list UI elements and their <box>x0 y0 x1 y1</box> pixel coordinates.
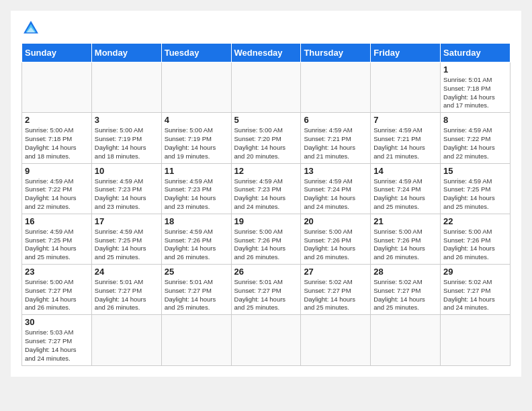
calendar-table: SundayMondayTuesdayWednesdayThursdayFrid… <box>21 43 511 366</box>
day-number: 28 <box>373 267 437 277</box>
logo <box>21 19 43 38</box>
day-info: Sunrise: 4:59 AM Sunset: 7:26 PM Dayligh… <box>165 228 228 262</box>
calendar-cell: 21Sunrise: 5:00 AM Sunset: 7:26 PM Dayli… <box>371 214 441 264</box>
calendar-cell: 26Sunrise: 5:01 AM Sunset: 7:27 PM Dayli… <box>231 265 301 315</box>
day-number: 6 <box>304 115 367 125</box>
day-number: 20 <box>304 216 367 226</box>
calendar-cell: 2Sunrise: 5:00 AM Sunset: 7:18 PM Daylig… <box>22 113 92 163</box>
day-info: Sunrise: 4:59 AM Sunset: 7:21 PM Dayligh… <box>373 126 437 161</box>
header <box>21 19 511 38</box>
weekday-header-sunday: Sunday <box>22 44 92 62</box>
calendar-cell <box>91 315 161 365</box>
day-info: Sunrise: 5:02 AM Sunset: 7:27 PM Dayligh… <box>443 278 507 312</box>
calendar-week-0: 1Sunrise: 5:01 AM Sunset: 7:18 PM Daylig… <box>22 62 511 113</box>
calendar-cell <box>301 315 371 365</box>
calendar-cell: 20Sunrise: 5:00 AM Sunset: 7:26 PM Dayli… <box>301 214 371 264</box>
day-number: 18 <box>165 216 228 226</box>
calendar-week-3: 16Sunrise: 4:59 AM Sunset: 7:25 PM Dayli… <box>22 214 511 264</box>
weekday-header-thursday: Thursday <box>301 44 371 62</box>
day-info: Sunrise: 5:00 AM Sunset: 7:26 PM Dayligh… <box>373 228 437 262</box>
calendar-cell: 9Sunrise: 4:59 AM Sunset: 7:22 PM Daylig… <box>22 163 92 214</box>
day-info: Sunrise: 5:00 AM Sunset: 7:26 PM Dayligh… <box>304 228 367 262</box>
day-number: 30 <box>25 317 89 327</box>
day-number: 16 <box>25 216 89 226</box>
day-number: 23 <box>25 267 89 277</box>
day-info: Sunrise: 5:00 AM Sunset: 7:26 PM Dayligh… <box>234 228 298 262</box>
calendar-cell: 27Sunrise: 5:02 AM Sunset: 7:27 PM Dayli… <box>301 265 371 315</box>
calendar-cell <box>371 62 441 113</box>
calendar-cell: 18Sunrise: 4:59 AM Sunset: 7:26 PM Dayli… <box>161 214 231 264</box>
calendar-cell: 19Sunrise: 5:00 AM Sunset: 7:26 PM Dayli… <box>231 214 301 264</box>
day-number: 8 <box>443 115 507 125</box>
calendar-cell: 16Sunrise: 4:59 AM Sunset: 7:25 PM Dayli… <box>22 214 92 264</box>
day-number: 12 <box>234 166 298 176</box>
day-info: Sunrise: 4:59 AM Sunset: 7:22 PM Dayligh… <box>25 177 89 212</box>
day-info: Sunrise: 5:03 AM Sunset: 7:27 PM Dayligh… <box>25 328 89 363</box>
day-info: Sunrise: 4:59 AM Sunset: 7:22 PM Dayligh… <box>443 126 507 161</box>
day-info: Sunrise: 4:59 AM Sunset: 7:25 PM Dayligh… <box>443 177 507 212</box>
day-number: 10 <box>95 166 159 176</box>
day-info: Sunrise: 4:59 AM Sunset: 7:24 PM Dayligh… <box>373 177 437 212</box>
calendar-cell: 23Sunrise: 5:00 AM Sunset: 7:27 PM Dayli… <box>22 265 92 315</box>
day-number: 1 <box>443 64 507 75</box>
day-number: 11 <box>165 166 228 176</box>
calendar-cell: 8Sunrise: 4:59 AM Sunset: 7:22 PM Daylig… <box>441 113 511 163</box>
calendar-cell: 3Sunrise: 5:00 AM Sunset: 7:19 PM Daylig… <box>91 113 161 163</box>
day-info: Sunrise: 5:01 AM Sunset: 7:27 PM Dayligh… <box>95 278 159 312</box>
day-info: Sunrise: 5:00 AM Sunset: 7:19 PM Dayligh… <box>95 126 159 161</box>
day-number: 2 <box>25 115 89 125</box>
calendar-cell: 25Sunrise: 5:01 AM Sunset: 7:27 PM Dayli… <box>161 265 231 315</box>
logo-icon <box>21 19 40 38</box>
calendar-cell: 6Sunrise: 4:59 AM Sunset: 7:21 PM Daylig… <box>301 113 371 163</box>
calendar-cell <box>371 315 441 365</box>
weekday-header-tuesday: Tuesday <box>161 44 231 62</box>
day-info: Sunrise: 5:01 AM Sunset: 7:27 PM Dayligh… <box>234 278 298 312</box>
calendar-cell: 15Sunrise: 4:59 AM Sunset: 7:25 PM Dayli… <box>441 163 511 214</box>
weekday-header-saturday: Saturday <box>441 44 511 62</box>
weekday-header-row: SundayMondayTuesdayWednesdayThursdayFrid… <box>22 44 511 62</box>
calendar-week-4: 23Sunrise: 5:00 AM Sunset: 7:27 PM Dayli… <box>22 265 511 315</box>
day-info: Sunrise: 5:02 AM Sunset: 7:27 PM Dayligh… <box>373 278 437 312</box>
day-info: Sunrise: 4:59 AM Sunset: 7:25 PM Dayligh… <box>25 228 89 262</box>
day-info: Sunrise: 5:01 AM Sunset: 7:18 PM Dayligh… <box>443 76 507 110</box>
calendar-week-5: 30Sunrise: 5:03 AM Sunset: 7:27 PM Dayli… <box>22 315 511 365</box>
day-number: 14 <box>373 166 437 176</box>
calendar-cell: 17Sunrise: 4:59 AM Sunset: 7:25 PM Dayli… <box>91 214 161 264</box>
day-number: 7 <box>373 115 437 125</box>
calendar-cell: 11Sunrise: 4:59 AM Sunset: 7:23 PM Dayli… <box>161 163 231 214</box>
calendar-cell <box>441 315 511 365</box>
calendar-cell: 24Sunrise: 5:01 AM Sunset: 7:27 PM Dayli… <box>91 265 161 315</box>
day-info: Sunrise: 5:00 AM Sunset: 7:26 PM Dayligh… <box>443 228 507 262</box>
calendar-cell: 30Sunrise: 5:03 AM Sunset: 7:27 PM Dayli… <box>22 315 92 365</box>
day-number: 26 <box>234 267 298 277</box>
calendar-cell <box>91 62 161 113</box>
day-number: 22 <box>443 216 507 226</box>
calendar-cell: 29Sunrise: 5:02 AM Sunset: 7:27 PM Dayli… <box>441 265 511 315</box>
calendar-cell: 4Sunrise: 5:00 AM Sunset: 7:19 PM Daylig… <box>161 113 231 163</box>
day-number: 17 <box>95 216 159 226</box>
day-number: 21 <box>373 216 437 226</box>
day-number: 15 <box>443 166 507 176</box>
day-info: Sunrise: 4:59 AM Sunset: 7:23 PM Dayligh… <box>95 177 159 212</box>
calendar-cell: 28Sunrise: 5:02 AM Sunset: 7:27 PM Dayli… <box>371 265 441 315</box>
calendar-cell: 7Sunrise: 4:59 AM Sunset: 7:21 PM Daylig… <box>371 113 441 163</box>
day-number: 27 <box>304 267 367 277</box>
day-info: Sunrise: 5:01 AM Sunset: 7:27 PM Dayligh… <box>165 278 228 312</box>
day-info: Sunrise: 5:00 AM Sunset: 7:19 PM Dayligh… <box>165 126 228 161</box>
day-info: Sunrise: 4:59 AM Sunset: 7:24 PM Dayligh… <box>304 177 367 212</box>
calendar-cell: 5Sunrise: 5:00 AM Sunset: 7:20 PM Daylig… <box>231 113 301 163</box>
day-number: 25 <box>165 267 228 277</box>
calendar-cell: 13Sunrise: 4:59 AM Sunset: 7:24 PM Dayli… <box>301 163 371 214</box>
day-number: 5 <box>234 115 298 125</box>
day-number: 9 <box>25 166 89 176</box>
day-info: Sunrise: 4:59 AM Sunset: 7:25 PM Dayligh… <box>95 228 159 262</box>
day-info: Sunrise: 5:00 AM Sunset: 7:18 PM Dayligh… <box>25 126 89 161</box>
calendar-page: SundayMondayTuesdayWednesdayThursdayFrid… <box>11 11 521 377</box>
day-number: 13 <box>304 166 367 176</box>
day-info: Sunrise: 4:59 AM Sunset: 7:23 PM Dayligh… <box>234 177 298 212</box>
calendar-cell: 22Sunrise: 5:00 AM Sunset: 7:26 PM Dayli… <box>441 214 511 264</box>
day-info: Sunrise: 5:00 AM Sunset: 7:27 PM Dayligh… <box>25 278 89 312</box>
calendar-cell <box>22 62 92 113</box>
weekday-header-friday: Friday <box>371 44 441 62</box>
calendar-week-1: 2Sunrise: 5:00 AM Sunset: 7:18 PM Daylig… <box>22 113 511 163</box>
